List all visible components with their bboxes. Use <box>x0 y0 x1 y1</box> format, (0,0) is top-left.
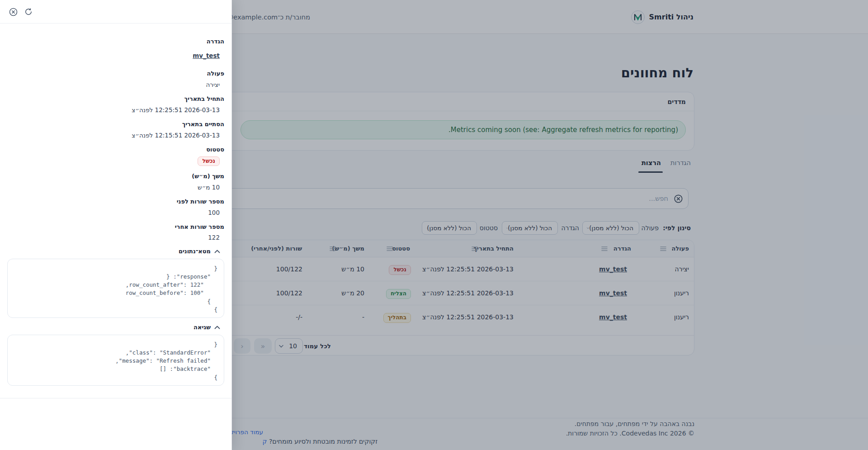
field-value: 2026-03-13 12:15:51 לפנה״צ <box>132 132 220 139</box>
definition-link[interactable]: mv_test <box>193 52 220 59</box>
error-code-block: { "class": "StandardError", "message": "… <box>7 335 224 386</box>
run-details-drawer: הגדרה mv_test פעולה יצירה התחיל בתאריך 2… <box>0 0 232 450</box>
field-label: מספר שורות לפני <box>177 198 224 205</box>
field-label: הגדרה <box>207 38 224 45</box>
field-label: סטטוס <box>206 146 224 153</box>
chevron-up-icon <box>214 250 220 253</box>
drawer-bottom-divider <box>0 398 231 398</box>
drawer-toolbar-divider <box>0 23 231 24</box>
field-label: משך (מ״ש) <box>192 173 224 180</box>
chevron-up-icon <box>214 326 220 329</box>
section-title: מטא־נתונים <box>179 248 211 255</box>
field-label: פעולה <box>207 70 224 77</box>
metadata-code-block: { "response": { "row_count_after": 122, … <box>7 259 224 318</box>
field-value: 10 מ״ש <box>198 184 220 191</box>
field-value: 100 <box>208 209 220 216</box>
refresh-icon <box>24 8 33 16</box>
metadata-section-toggle[interactable]: מטא־נתונים <box>179 248 220 255</box>
metadata-json: { "response": { "row_count_after": 122, … <box>8 259 224 318</box>
circle-x-icon <box>9 8 18 16</box>
field-value: 122 <box>208 234 220 241</box>
field-label: מספר שורות אחרי <box>175 223 224 230</box>
close-drawer-button[interactable] <box>6 5 20 19</box>
field-label: הסתיים בתאריך <box>182 121 224 128</box>
field-label: התחיל בתאריך <box>184 95 224 102</box>
field-value: 2026-03-13 12:25:51 לפנה״צ <box>132 106 220 114</box>
error-section-toggle[interactable]: שגיאה <box>193 324 220 331</box>
error-json: { "class": "StandardError", "message": "… <box>8 335 224 386</box>
refresh-button[interactable] <box>22 5 35 19</box>
status-badge: נכשל <box>198 156 220 166</box>
field-value: יצירה <box>206 81 220 88</box>
section-title: שגיאה <box>193 324 211 331</box>
